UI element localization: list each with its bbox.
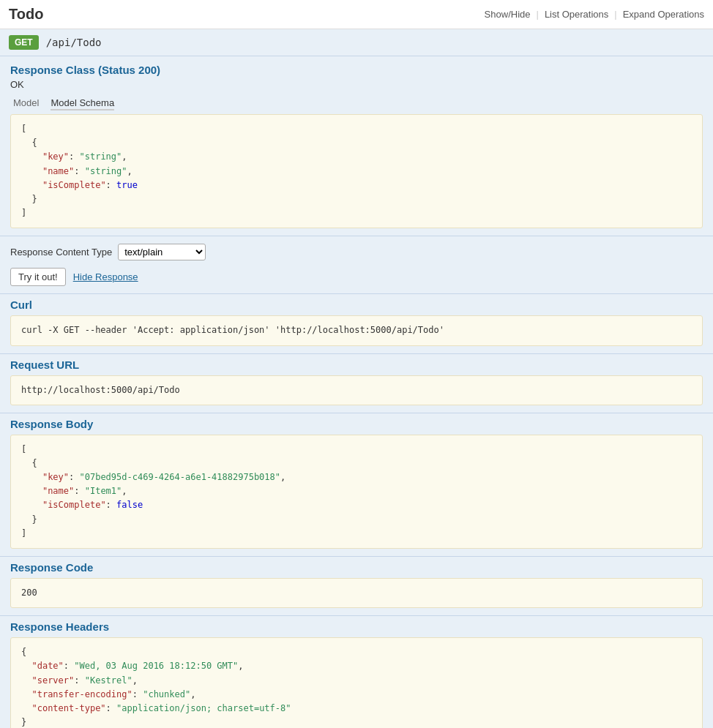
- response-body-title: Response Body: [10, 418, 703, 430]
- top-bar: Todo Show/Hide | List Operations | Expan…: [0, 0, 713, 29]
- rct-select[interactable]: text/plain application/json application/…: [118, 244, 206, 260]
- hide-response-button[interactable]: Hide Response: [73, 271, 138, 282]
- try-button-row: Try it out! Hide Response: [0, 265, 713, 293]
- response-class-status: OK: [10, 79, 703, 90]
- sep2: |: [614, 9, 616, 20]
- endpoint-path: /api/Todo: [46, 37, 102, 48]
- model-tab-schema[interactable]: Model Schema: [48, 96, 117, 110]
- main-content: Response Class (Status 200) OK Model Mod…: [0, 56, 713, 728]
- model-tab-schema-label: Model Schema: [51, 97, 114, 110]
- curl-command: curl -X GET --header 'Accept: applicatio…: [10, 315, 703, 345]
- page-title: Todo: [9, 6, 43, 23]
- top-bar-links: Show/Hide | List Operations | Expand Ope…: [485, 9, 704, 20]
- curl-section: Curl curl -X GET --header 'Accept: appli…: [0, 294, 713, 353]
- show-hide-link[interactable]: Show/Hide: [485, 9, 531, 20]
- response-code-value: 200: [10, 578, 703, 608]
- response-content-type-row: Response Content Type text/plain applica…: [0, 236, 713, 265]
- model-tab-model[interactable]: Model: [10, 96, 42, 110]
- schema-code-block: [ { "key": "string", "name": "string", "…: [10, 114, 703, 228]
- curl-title: Curl: [10, 299, 703, 311]
- request-url-title: Request URL: [10, 359, 703, 371]
- response-code-title: Response Code: [10, 561, 703, 574]
- rct-label: Response Content Type: [10, 247, 112, 258]
- endpoint-bar: GET /api/Todo: [0, 29, 713, 56]
- request-url-value: http://localhost:5000/api/Todo: [10, 375, 703, 405]
- expand-operations-link[interactable]: Expand Operations: [623, 9, 704, 20]
- response-body-code: [ { "key": "07bed95d-c469-4264-a6e1-4188…: [10, 435, 703, 549]
- request-url-section: Request URL http://localhost:5000/api/To…: [0, 354, 713, 413]
- response-headers-title: Response Headers: [10, 620, 703, 633]
- sep1: |: [536, 9, 538, 20]
- response-code-section: Response Code 200: [0, 557, 713, 615]
- response-headers-section: Response Headers { "date": "Wed, 03 Aug …: [0, 616, 713, 728]
- model-tabs: Model Model Schema: [10, 96, 703, 110]
- try-it-out-button[interactable]: Try it out!: [10, 268, 66, 286]
- response-class-section: Response Class (Status 200) OK Model Mod…: [0, 56, 713, 236]
- response-headers-code: { "date": "Wed, 03 Aug 2016 18:12:50 GMT…: [10, 637, 703, 728]
- method-badge: GET: [9, 35, 39, 50]
- response-class-title: Response Class (Status 200): [10, 64, 703, 76]
- list-operations-link[interactable]: List Operations: [545, 9, 608, 20]
- response-body-section: Response Body [ { "key": "07bed95d-c469-…: [0, 413, 713, 556]
